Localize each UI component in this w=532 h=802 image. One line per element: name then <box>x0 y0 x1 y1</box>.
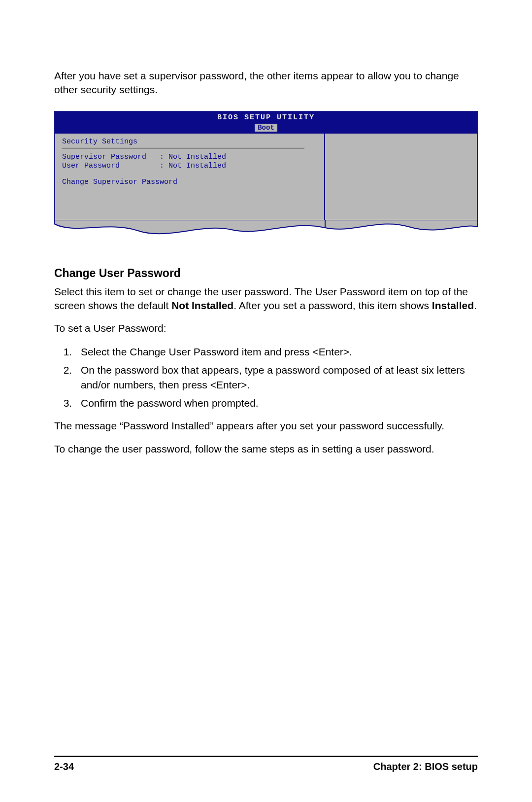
bios-menu-item: Change Supervisor Password <box>62 178 317 186</box>
list-item: Select the Change User Password item and… <box>75 345 478 359</box>
bios-row-label: Supervisor Password <box>62 153 146 161</box>
document-page: After you have set a supervisor password… <box>0 0 532 802</box>
bios-title: BIOS SETUP UTILITY <box>55 112 477 123</box>
chapter-label: Chapter 2: BIOS setup <box>373 761 478 772</box>
paragraph-4: To change the user password, follow the … <box>54 442 478 456</box>
bios-row-label: User Password <box>62 162 120 170</box>
intro-paragraph: After you have set a supervisor password… <box>54 69 478 97</box>
bios-right-panel <box>325 134 477 220</box>
steps-list: Select the Change User Password item and… <box>54 345 478 411</box>
bios-row-user: User Password : Not Installed <box>62 162 317 171</box>
bios-row-value: Not Installed <box>168 162 226 170</box>
bios-tab-bar: Boot <box>55 123 477 134</box>
paragraph-1: Select this item to set or change the us… <box>54 285 478 313</box>
torn-edge-icon <box>54 220 478 240</box>
bios-divider <box>62 148 304 149</box>
page-footer: 2-34 Chapter 2: BIOS setup <box>54 756 478 772</box>
list-item: On the password box that appears, type a… <box>75 363 478 392</box>
list-item: Confirm the password when prompted. <box>75 396 478 410</box>
page-number: 2-34 <box>54 761 74 772</box>
paragraph-2: To set a User Password: <box>54 321 478 335</box>
bold-text: Installed <box>432 300 474 311</box>
paragraph-3: The message “Password Installed” appears… <box>54 419 478 433</box>
bios-active-tab: Boot <box>255 124 277 132</box>
footer-row: 2-34 Chapter 2: BIOS setup <box>54 761 478 772</box>
bios-row-supervisor: Supervisor Password : Not Installed <box>62 153 317 162</box>
text-run: . After you set a password, this item sh… <box>233 300 432 311</box>
bios-section-title: Security Settings <box>62 138 317 146</box>
bios-screenshot: BIOS SETUP UTILITY Boot Security Setting… <box>54 111 478 240</box>
bios-left-panel: Security Settings Supervisor Password : … <box>55 134 325 220</box>
section-heading: Change User Password <box>54 267 478 280</box>
bios-body: Security Settings Supervisor Password : … <box>55 134 477 220</box>
bios-row-value: Not Installed <box>168 153 226 161</box>
bold-text: Not Installed <box>171 300 233 311</box>
bios-window: BIOS SETUP UTILITY Boot Security Setting… <box>54 111 478 221</box>
footer-rule <box>54 756 478 757</box>
text-run: . <box>474 300 477 311</box>
